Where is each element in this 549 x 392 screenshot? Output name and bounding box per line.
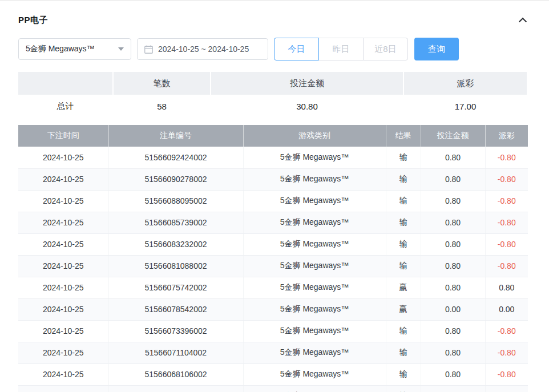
summary-header-row: 笔数 投注金额 派彩 (18, 72, 528, 95)
cell-payout: -0.80 (485, 168, 528, 190)
table-row: 2024-10-25 51566088095002 5金狮 Megaways™ … (18, 190, 528, 212)
cell-bet-amount: 0.80 (421, 190, 485, 212)
calendar-icon (144, 45, 153, 54)
cell-bet-amount: 0.80 (421, 233, 485, 255)
summary-total-bet: 30.80 (211, 95, 403, 118)
pp-electronic-panel: PP电子 5金狮 Megaways™ 2024-10-25 ~ 2024-10-… (0, 0, 549, 392)
table-row: 2024-10-25 51566083232002 5金狮 Megaways™ … (18, 233, 528, 255)
cell-bet-time: 2024-10-25 (18, 233, 108, 255)
table-row: 2024-10-25 51566078542002 5金狮 Megaways™ … (18, 298, 528, 320)
cell-bet-amount: 0.80 (421, 363, 485, 385)
yesterday-button[interactable]: 昨日 (318, 38, 364, 60)
quick-range-group: 今日 昨日 近8日 (274, 38, 408, 60)
cell-result: 输 (386, 147, 421, 168)
cell-payout: 0.00 (485, 298, 528, 320)
cell-game-type: 5金狮 Megaways™ (243, 277, 386, 298)
cell-game-type: 5金狮 Megaways™ (243, 298, 386, 320)
cell-result: 赢 (386, 298, 421, 320)
summary-total-payout: 17.00 (404, 95, 527, 118)
cell-game-type: 5金狮 Megaways™ (243, 363, 386, 385)
game-select-value: 5金狮 Megaways™ (26, 44, 95, 54)
table-row: 2024-10-25 51566071104002 5金狮 Megaways™ … (18, 342, 528, 363)
cell-result: 输 (386, 212, 421, 233)
cell-result: 输 (386, 385, 421, 392)
cell-bet-time: 2024-10-25 (18, 342, 108, 363)
cell-payout: -0.80 (485, 363, 528, 385)
cell-bet-time: 2024-10-25 (18, 255, 108, 277)
bet-records-table: 下注时间 注单编号 游戏类别 结果 投注金额 派彩 2024-10-25 515… (18, 125, 528, 392)
cell-order-id: 51566075742002 (108, 277, 243, 298)
cell-result: 输 (386, 320, 421, 342)
cell-payout: -0.80 (485, 320, 528, 342)
cell-bet-amount: 0.80 (421, 147, 485, 168)
cell-bet-amount: 0.80 (421, 320, 485, 342)
cell-payout: -0.80 (485, 190, 528, 212)
cell-result: 输 (386, 233, 421, 255)
cell-order-id: 51566068106002 (108, 363, 243, 385)
cell-order-id: 51566088095002 (108, 190, 243, 212)
cell-result: 输 (386, 342, 421, 363)
collapse-chevron-up-icon[interactable] (518, 15, 528, 25)
summary-header-blank (18, 72, 112, 95)
summary-total-row: 总计 58 30.80 17.00 (18, 95, 528, 118)
cell-game-type: 5金狮 Megaways™ (243, 255, 386, 277)
cell-game-type: 5金狮 Megaways™ (243, 233, 386, 255)
table-header-row: 下注时间 注单编号 游戏类别 结果 投注金额 派彩 (18, 125, 528, 147)
cell-bet-time: 2024-10-25 (18, 277, 108, 298)
date-range-input[interactable]: 2024-10-25 ~ 2024-10-25 (137, 38, 268, 60)
cell-payout: -0.80 (485, 255, 528, 277)
cell-result: 输 (386, 255, 421, 277)
cell-bet-amount: 0.80 (421, 255, 485, 277)
cell-bet-amount: 0.00 (421, 298, 485, 320)
col-header-order-id: 注单编号 (108, 125, 243, 147)
summary-table: 笔数 投注金额 派彩 总计 58 30.80 17.00 (18, 72, 528, 118)
caret-down-icon (118, 47, 124, 51)
cell-bet-amount: 0.80 (421, 385, 485, 392)
cell-bet-amount: 0.80 (421, 168, 485, 190)
date-range-value: 2024-10-25 ~ 2024-10-25 (158, 45, 249, 54)
cell-payout: -0.80 (485, 147, 528, 168)
cell-payout: -0.80 (485, 233, 528, 255)
table-row: 2024-10-25 51566075742002 5金狮 Megaways™ … (18, 277, 528, 298)
cell-bet-amount: 0.80 (421, 342, 485, 363)
col-header-result: 结果 (386, 125, 421, 147)
cell-game-type: 5金狮 Megaways™ (243, 190, 386, 212)
table-row: 2024-10-25 51566065292002 5金狮 Megaways™ … (18, 385, 528, 392)
panel-header: PP电子 (18, 13, 528, 27)
col-header-bet-amount: 投注金额 (421, 125, 485, 147)
cell-order-id: 51566081088002 (108, 255, 243, 277)
summary-total-count: 58 (114, 95, 210, 118)
page-title: PP电子 (18, 15, 48, 26)
cell-game-type: 5金狮 Megaways™ (243, 212, 386, 233)
summary-header-bet: 投注金额 (211, 72, 403, 95)
cell-order-id: 51566073396002 (108, 320, 243, 342)
bet-table-body: 2024-10-25 51566092424002 5金狮 Megaways™ … (18, 147, 528, 392)
filter-bar: 5金狮 Megaways™ 2024-10-25 ~ 2024-10-25 今日… (18, 38, 528, 60)
last-8-days-button[interactable]: 近8日 (363, 38, 408, 60)
col-header-payout: 派彩 (485, 125, 528, 147)
cell-game-type: 5金狮 Megaways™ (243, 342, 386, 363)
game-select[interactable]: 5金狮 Megaways™ (18, 38, 131, 60)
cell-order-id: 51566071104002 (108, 342, 243, 363)
cell-bet-time: 2024-10-25 (18, 147, 108, 168)
col-header-bet-time: 下注时间 (18, 125, 108, 147)
cell-bet-time: 2024-10-25 (18, 168, 108, 190)
cell-result: 输 (386, 190, 421, 212)
summary-header-payout: 派彩 (404, 72, 527, 95)
search-button[interactable]: 查询 (414, 38, 459, 60)
cell-order-id: 51566092424002 (108, 147, 243, 168)
cell-game-type: 5金狮 Megaways™ (243, 385, 386, 392)
cell-bet-amount: 0.80 (421, 277, 485, 298)
cell-bet-time: 2024-10-25 (18, 298, 108, 320)
cell-order-id: 51566083232002 (108, 233, 243, 255)
cell-game-type: 5金狮 Megaways™ (243, 168, 386, 190)
cell-payout: -0.80 (485, 212, 528, 233)
cell-order-id: 51566065292002 (108, 385, 243, 392)
table-row: 2024-10-25 51566085739002 5金狮 Megaways™ … (18, 212, 528, 233)
table-row: 2024-10-25 51566068106002 5金狮 Megaways™ … (18, 363, 528, 385)
table-row: 2024-10-25 51566092424002 5金狮 Megaways™ … (18, 147, 528, 168)
cell-payout: 0.80 (485, 277, 528, 298)
today-button[interactable]: 今日 (274, 38, 319, 60)
table-row: 2024-10-25 51566073396002 5金狮 Megaways™ … (18, 320, 528, 342)
cell-order-id: 51566090278002 (108, 168, 243, 190)
